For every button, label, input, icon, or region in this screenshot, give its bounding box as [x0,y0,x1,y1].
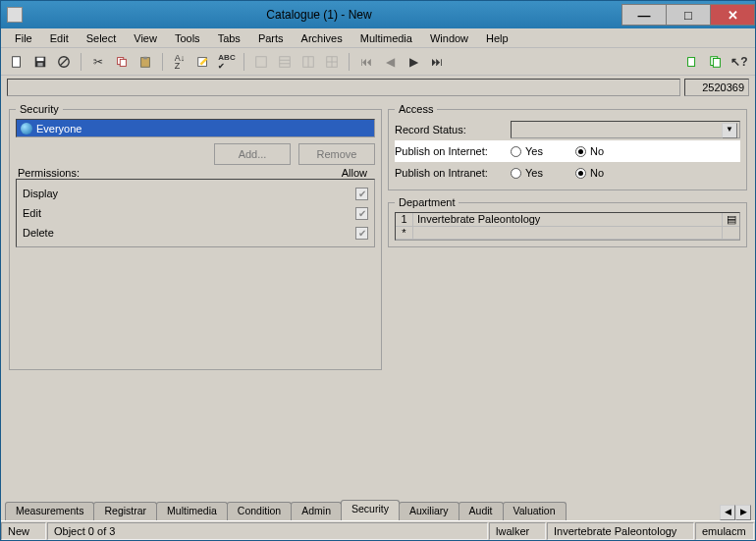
cut-icon[interactable]: ✂ [88,52,108,72]
publish-internet-label: Publish on Internet: [395,145,505,157]
svg-rect-2 [37,57,44,61]
permission-label: Edit [23,207,41,219]
record-status-label: Record Status: [395,124,505,135]
permissions-label: Permissions: [18,167,80,179]
save-icon[interactable] [30,52,50,72]
row-index: * [396,227,413,239]
tab-audit[interactable]: Audit [459,502,504,520]
publish-internet-yes-radio[interactable] [511,146,521,157]
menu-window[interactable]: Window [422,30,476,46]
svg-rect-3 [37,62,42,66]
menu-tools[interactable]: Tools [167,30,208,46]
record-status-combo[interactable] [511,121,740,138]
tab-bar: Measurements Registrar Multimedia Condit… [1,499,755,520]
first-record-icon[interactable]: ⏮ [356,52,376,72]
lookup-icon[interactable]: ▤ [722,213,739,226]
status-mode: New [1,522,46,540]
department-value[interactable]: Invertebrate Paleontology [413,213,722,226]
remove-button[interactable]: Remove [298,143,375,165]
security-group: Security Everyone Add... Remove Permissi… [9,103,382,370]
next-record-icon[interactable]: ▶ [404,52,423,72]
maximize-button[interactable]: □ [666,4,711,26]
new-icon[interactable] [7,52,27,72]
paste-icon[interactable] [135,52,155,72]
last-record-icon[interactable]: ⏭ [427,52,447,72]
tab-registrar[interactable]: Registrar [93,502,157,520]
add-button[interactable]: Add... [214,143,291,165]
svg-rect-22 [713,58,720,67]
svg-rect-11 [256,56,267,67]
locator-row: 2520369 [1,76,755,99]
svg-rect-7 [120,59,126,66]
allow-label: Allow [342,167,367,179]
permission-label: Delete [23,227,54,239]
department-group: Department 1 Invertebrate Paleontology ▤… [388,196,747,247]
view1-icon[interactable] [251,52,271,72]
tab-scroll-left[interactable]: ◀ [720,505,735,520]
row-spacer [722,227,739,239]
status-server: emulacm [695,522,754,540]
view3-icon[interactable] [298,52,318,72]
tab-multimedia[interactable]: Multimedia [156,502,228,520]
tab-admin[interactable]: Admin [291,502,342,520]
tab-measurements[interactable]: Measurements [5,502,94,520]
permission-checkbox-edit[interactable]: ✔ [355,207,368,220]
publish-intranet-yes-radio[interactable] [511,168,521,179]
view4-icon[interactable] [322,52,342,72]
spellcheck-icon[interactable]: ABC✔ [217,52,237,72]
security-list[interactable]: Everyone [16,119,375,137]
security-list-item[interactable]: Everyone [17,120,374,136]
access-legend: Access [395,103,437,115]
row-index: 1 [396,213,413,226]
view2-icon[interactable] [275,52,295,72]
copy-icon[interactable] [112,52,132,72]
content-area: Security Everyone Add... Remove Permissi… [1,99,755,499]
locator-input[interactable] [7,79,680,96]
menu-parts[interactable]: Parts [250,30,292,46]
record-number: 2520369 [684,79,749,96]
permission-checkbox-display[interactable]: ✔ [355,188,368,200]
context-help-icon[interactable]: ↖? [729,52,749,72]
tab-condition[interactable]: Condition [227,502,292,520]
menu-help[interactable]: Help [478,30,516,46]
svg-line-5 [61,58,68,65]
prev-record-icon[interactable]: ◀ [380,52,400,72]
tab-scroll-right[interactable]: ▶ [735,505,751,520]
svg-rect-0 [13,56,21,67]
status-department: Invertebrate Paleontology [547,522,694,540]
menu-view[interactable]: View [126,30,165,46]
menu-edit[interactable]: Edit [42,30,77,46]
copy-record-icon[interactable] [682,52,702,72]
permission-label: Display [23,188,58,199]
edit-form-icon[interactable] [193,52,213,72]
security-legend: Security [16,103,63,115]
svg-rect-9 [143,56,147,59]
globe-icon [21,123,32,135]
permission-checkbox-delete[interactable]: ✔ [355,227,368,240]
menu-tabs[interactable]: Tabs [210,30,248,46]
copy-records-icon[interactable] [706,52,726,72]
permission-row: Display ✔ [23,184,368,203]
tab-auxiliary[interactable]: Auxiliary [399,502,459,520]
tab-security[interactable]: Security [341,500,400,520]
department-row: 1 Invertebrate Paleontology ▤ [396,213,739,227]
app-window: Catalogue (1) - New — □ ✕ File Edit Sele… [0,0,756,541]
sort-icon[interactable]: A↓Z [170,52,189,72]
titlebar: Catalogue (1) - New — □ ✕ [1,1,755,28]
window-title: Catalogue (1) - New [0,8,638,22]
menu-file[interactable]: File [7,30,40,46]
menu-archives[interactable]: Archives [294,30,351,46]
department-row: * [396,227,739,240]
department-legend: Department [395,196,459,208]
svg-rect-12 [280,56,291,67]
publish-internet-no-radio[interactable] [575,146,586,157]
close-button[interactable]: ✕ [710,4,755,26]
publish-intranet-no-radio[interactable] [575,168,586,179]
department-value[interactable] [413,227,722,239]
menu-multimedia[interactable]: Multimedia [352,30,420,46]
permission-row: Delete ✔ [23,223,368,243]
status-bar: New Object 0 of 3 lwalker Invertebrate P… [1,520,755,540]
menu-select[interactable]: Select [79,30,125,46]
tab-valuation[interactable]: Valuation [503,502,567,520]
cancel-icon[interactable] [54,52,74,72]
